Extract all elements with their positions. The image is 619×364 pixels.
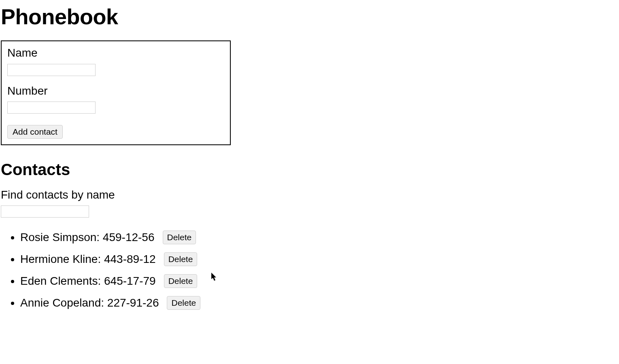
contacts-heading: Contacts bbox=[1, 161, 618, 179]
find-label: Find contacts by name bbox=[1, 188, 618, 201]
add-contact-button[interactable]: Add contact bbox=[7, 125, 63, 139]
contact-text: Annie Copeland: 227-91-26 bbox=[20, 296, 159, 309]
list-item: Annie Copeland: 227-91-26Delete bbox=[20, 292, 618, 314]
contacts-list: Rosie Simpson: 459-12-56DeleteHermione K… bbox=[1, 226, 618, 314]
number-field-group: Number bbox=[7, 84, 224, 114]
delete-button[interactable]: Delete bbox=[167, 296, 200, 310]
add-contact-form: Name Number Add contact bbox=[1, 40, 231, 145]
name-field-group: Name bbox=[7, 46, 224, 76]
list-item: Hermione Kline: 443-89-12Delete bbox=[20, 248, 618, 270]
list-item: Eden Clements: 645-17-79Delete bbox=[20, 270, 618, 292]
delete-button[interactable]: Delete bbox=[164, 274, 198, 288]
number-input[interactable] bbox=[7, 102, 96, 114]
page-title: Phonebook bbox=[1, 4, 618, 29]
contact-text: Eden Clements: 645-17-79 bbox=[20, 275, 156, 287]
delete-button[interactable]: Delete bbox=[164, 252, 198, 266]
contact-text: Rosie Simpson: 459-12-56 bbox=[20, 231, 155, 243]
name-label: Name bbox=[7, 46, 224, 60]
number-label: Number bbox=[7, 84, 224, 98]
find-section: Find contacts by name bbox=[1, 188, 618, 218]
list-item: Rosie Simpson: 459-12-56Delete bbox=[20, 226, 618, 248]
contact-text: Hermione Kline: 443-89-12 bbox=[20, 253, 156, 265]
name-input[interactable] bbox=[7, 64, 96, 76]
delete-button[interactable]: Delete bbox=[163, 231, 196, 244]
find-input[interactable] bbox=[1, 205, 89, 218]
